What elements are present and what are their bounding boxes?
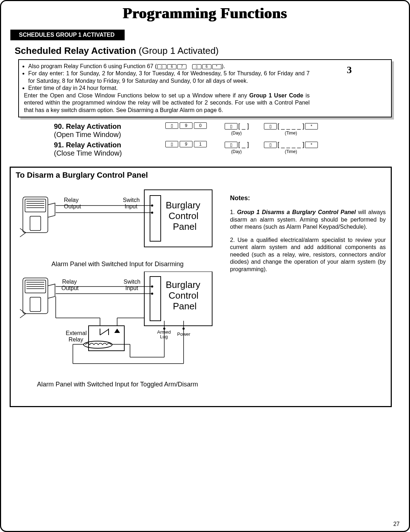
info-box: Also program Relay Function 6 using Func… [18,59,392,117]
notes-heading: Notes: [230,194,386,202]
key-inline: ▯ [192,64,201,69]
svg-point-52 [84,341,112,348]
day-slot: [ _ ] [238,122,249,130]
diagram-2: Relay Output Switch Input Burglary Contr… [16,272,219,388]
day-slot: [ _ ] [238,141,249,148]
note2: 2. Use a qualified electrical/alarm spec… [230,237,386,273]
diagram-2-svg: Relay Output Switch Input Burglary Contr… [16,272,216,379]
fn91-name: Relay Activation [66,141,121,149]
section-heading-bold: Scheduled Relay Activation [15,45,136,56]
key: 9 [180,122,192,129]
function-row-91: 91. Relay Activation (Close Time Window)… [54,141,402,157]
svg-text:Output: Output [64,203,81,209]
time-slot: [ _ _ _ _ ] [278,141,304,148]
note1-bold: Group 1 Disarms a Burglary Control Panel [237,209,356,215]
svg-text:Output: Output [61,285,79,291]
svg-text:Control: Control [169,211,199,221]
svg-point-30 [151,293,153,295]
key: * [305,142,318,148]
svg-text:Burglary: Burglary [166,279,200,290]
svg-text:External: External [66,330,87,336]
key-inline: 7 [177,64,186,69]
day-caption: (Day) [231,131,241,136]
svg-text:Input: Input [125,285,138,291]
section-heading: Scheduled Relay Activation (Group 1 Acti… [15,45,402,56]
info-tail-bold: Group 1 User Code [249,92,303,98]
fn90-name: Relay Activation [66,122,121,130]
info-bullet-1: Also program Relay Function 6 using Func… [28,63,310,70]
key: * [305,123,318,130]
key-inline: 6 [202,64,211,69]
page-number: 27 [393,521,400,527]
info-tail-1: Enter the Open and Close Window Function… [24,92,249,98]
key-inline: 6 [167,64,176,69]
fn91-time-field: ▯ [ _ _ _ _ ] * (Time) [263,141,319,154]
svg-text:Lug: Lug [160,334,168,339]
svg-text:Switch: Switch [124,279,140,285]
info-b1-pre: Also program Relay Function 6 using Func… [28,63,157,69]
diagram-2-caption: Alarm Panel with Switched Input for Togg… [16,381,219,388]
time-caption: (Time) [285,131,297,136]
info-bullet-2: For day enter: 1 for Sunday, 2 for Monda… [28,70,310,85]
fn91-sub: (Close Time Window) [54,149,122,157]
fn91-num: 91. [54,141,64,149]
key: ▯ [165,122,178,129]
svg-text:Power: Power [177,331,191,337]
key: ▯ [225,142,238,148]
svg-point-9 [151,204,153,207]
key-inline: * [212,64,221,69]
fn91-code-keys: ▯ 9 1 [165,141,208,147]
section-tab: SCHEDULES GROUP 1 ACTIVATED [10,30,125,40]
svg-text:Control: Control [169,290,199,301]
notes: Notes: 1. Group 1 Disarms a Burglary Con… [230,183,386,392]
page-title: Programming Functions [8,5,402,22]
fn90-num: 90. [54,122,64,130]
svg-text:Burglary: Burglary [166,200,200,211]
key-inline: ▯ [157,64,166,69]
svg-point-29 [151,285,153,288]
key: 0 [194,122,207,129]
key: 9 [180,141,192,147]
svg-marker-51 [114,329,120,333]
disarm-panel: To Disarm a Burglary Control Panel [10,167,392,407]
time-caption: (Time) [285,149,297,154]
function-row-90: 90. Relay Activation (Open Time Window) … [54,122,402,139]
svg-text:Panel: Panel [173,221,197,232]
fn90-day-field: ▯ [ _ ] (Day) [224,122,249,136]
fn91-day-field: ▯ [ _ ] (Day) [224,141,249,154]
svg-line-49 [100,329,109,335]
svg-rect-16 [150,196,161,241]
level-badge: 3 [347,64,355,74]
diagram-1-caption: Alarm Panel with Switched Input for Disa… [16,260,219,268]
svg-rect-6 [30,216,41,230]
key: ▯ [225,123,238,130]
key: ▯ [264,142,277,148]
svg-text:Input: Input [125,203,138,209]
time-slot: [ _ _ _ _ ] [278,122,304,130]
svg-text:Panel: Panel [173,301,197,311]
svg-text:Relay: Relay [62,279,77,285]
svg-rect-26 [30,297,41,311]
svg-text:Relay: Relay [64,197,79,203]
disarm-title: To Disarm a Burglary Control Panel [16,171,386,180]
info-b1-post: ). [222,63,225,69]
info-bullet-3: Enter time of day in 24 hour format. [28,85,310,92]
svg-text:Switch: Switch [123,197,140,203]
fn90-code-keys: ▯ 9 0 [165,122,208,129]
key: ▯ [165,141,178,147]
fn90-time-field: ▯ [ _ _ _ _ ] * (Time) [263,122,319,136]
svg-text:Relay: Relay [69,336,83,343]
svg-rect-47 [89,326,124,351]
svg-rect-36 [150,277,161,321]
key: 1 [194,141,207,147]
diagram-1-svg: Relay Output Switch Input Burglary Contr… [16,183,216,258]
section-heading-rest: (Group 1 Activated) [136,45,219,56]
note1-pre: 1. [230,209,237,215]
diagram-1: Relay Output Switch Input Burglary Contr… [16,183,219,268]
fn90-sub: (Open Time Window) [54,131,121,138]
svg-point-10 [151,212,153,214]
key: ▯ [264,123,277,130]
day-caption: (Day) [231,149,241,154]
